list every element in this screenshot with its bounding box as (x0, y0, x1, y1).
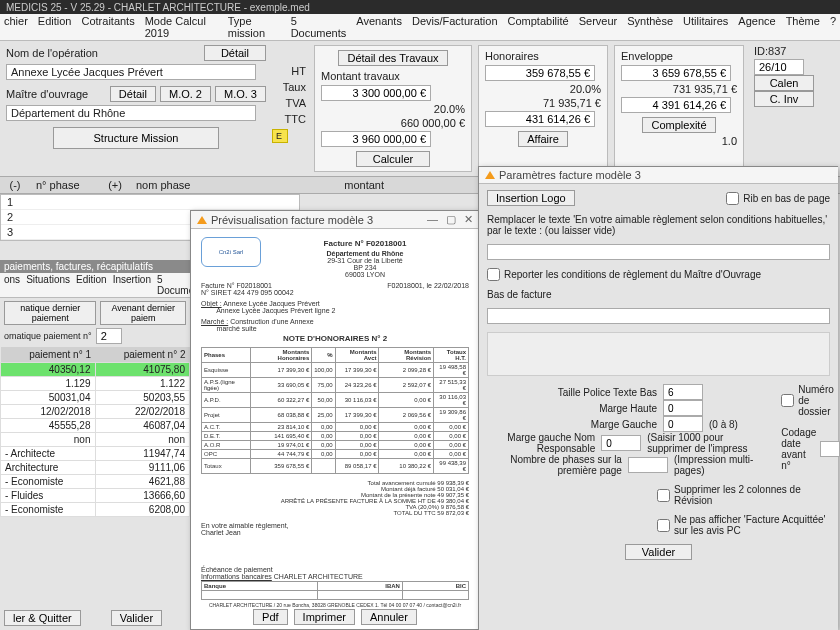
enveloppe-ttc[interactable] (621, 97, 731, 113)
menu-documents[interactable]: 5 Documents (291, 15, 347, 39)
travaux-ht-field[interactable] (321, 85, 431, 101)
menu-devis[interactable]: Devis/Facturation (412, 15, 498, 39)
menu-help[interactable]: ? (830, 15, 836, 39)
pay-menu-ons[interactable]: ons (4, 274, 20, 296)
menu-theme[interactable]: Thème (786, 15, 820, 39)
minimize-icon[interactable]: — (427, 213, 438, 226)
replace-text-field[interactable] (487, 244, 830, 260)
table-cell[interactable]: 22/02/2018 (95, 405, 190, 419)
params-valider-button[interactable]: Valider (625, 544, 692, 560)
pay-menu-edition[interactable]: Edition (76, 274, 107, 296)
table-cell[interactable]: 13666,60 (95, 489, 190, 503)
menu-edition[interactable]: Edition (38, 15, 72, 39)
mo3-button[interactable]: M.O. 3 (215, 86, 266, 102)
table-cell[interactable]: 50203,55 (95, 391, 190, 405)
table-cell[interactable]: 1.129 (1, 377, 96, 391)
param-input-1[interactable] (663, 400, 703, 416)
reporter-checkbox[interactable] (487, 268, 500, 281)
table-cell[interactable]: Architecture (1, 461, 96, 475)
menu-cotraitants[interactable]: Cotraitants (81, 15, 134, 39)
honoraires-ttc[interactable] (485, 111, 595, 127)
table-cell[interactable]: 11947,74 (95, 447, 190, 461)
table-cell[interactable]: - Economiste (1, 503, 96, 517)
rib-checkbox[interactable] (726, 192, 739, 205)
travaux-ttc-field[interactable] (321, 131, 431, 147)
calen-button[interactable]: Calen (754, 75, 814, 91)
td: 30 116,03 € (335, 393, 379, 408)
table-cell[interactable]: non (95, 433, 190, 447)
acq-checkbox[interactable] (657, 519, 670, 532)
phase-row[interactable]: 1 (1, 195, 299, 210)
table-cell[interactable]: 9111,06 (95, 461, 190, 475)
table-cell[interactable]: 41075,80 (95, 363, 190, 377)
param-input-4[interactable] (628, 457, 668, 473)
table-cell[interactable]: 40350,12 (1, 363, 96, 377)
param-input-0[interactable] (663, 384, 703, 400)
menu-compta[interactable]: Comptabilité (508, 15, 569, 39)
pay-menu-situations[interactable]: Situations (26, 274, 70, 296)
table-cell[interactable]: - Architecte (1, 447, 96, 461)
insertion-logo-button[interactable]: Insertion Logo (487, 190, 575, 206)
replace-label: Remplacer le texte 'En votre aimable règ… (487, 214, 830, 236)
table-cell[interactable]: non (1, 433, 96, 447)
complexite-button[interactable]: Complexité (642, 117, 715, 133)
td: 10 380,22 € (379, 459, 434, 474)
avenant-last-payment-button[interactable]: Avenant dernier paiem (100, 301, 186, 325)
phase-minus[interactable]: (-) (0, 177, 30, 193)
yellow-e-button[interactable]: E (272, 129, 288, 143)
td: 359 678,55 € (251, 459, 312, 474)
structure-mission-button[interactable]: Structure Mission (53, 127, 220, 149)
mo2-button[interactable]: M.O. 2 (160, 86, 211, 102)
table-cell[interactable]: 4621,88 (95, 475, 190, 489)
menu-serveur[interactable]: Serveur (579, 15, 618, 39)
menu-synthese[interactable]: Synthèse (627, 15, 673, 39)
menu-fichier[interactable]: chier (4, 15, 28, 39)
menu-agence[interactable]: Agence (738, 15, 775, 39)
menu-modecalcul[interactable]: Mode Calcul 2019 (145, 15, 218, 39)
annuler-button[interactable]: Annuler (361, 609, 417, 625)
spacer-area (487, 332, 830, 376)
mo-detail-button[interactable]: Détail (110, 86, 156, 102)
table-cell[interactable]: 45555,28 (1, 419, 96, 433)
numdossier-checkbox[interactable] (781, 394, 794, 407)
pdf-button[interactable]: Pdf (253, 609, 288, 625)
cinv-button[interactable]: C. Inv (754, 91, 814, 107)
addr-line: 69003 LYON (261, 271, 469, 278)
close-icon[interactable]: ✕ (464, 213, 473, 226)
affaire-button[interactable]: Affaire (518, 131, 568, 147)
honoraires-ht[interactable] (485, 65, 595, 81)
auto-payment-field[interactable] (96, 328, 122, 344)
suppr-checkbox[interactable] (657, 489, 670, 502)
label-taux: Taux (272, 81, 308, 93)
date-field[interactable] (754, 59, 804, 75)
suppr-label: Supprimer les 2 colonnes de Révision (674, 484, 830, 506)
auto-last-payment-button[interactable]: natique dernier paiement (4, 301, 96, 325)
table-cell[interactable]: 6208,00 (95, 503, 190, 517)
maximize-icon[interactable]: ▢ (446, 213, 456, 226)
calculer-button[interactable]: Calculer (356, 151, 430, 167)
table-cell[interactable]: 46087,04 (95, 419, 190, 433)
menu-utilitaires[interactable]: Utilitaires (683, 15, 728, 39)
valider-button[interactable]: Valider (111, 610, 162, 626)
imprimer-button[interactable]: Imprimer (294, 609, 355, 625)
phase-plus[interactable]: (+) (100, 177, 130, 193)
mo-name-field[interactable]: Département du Rhône (6, 105, 256, 121)
menu-avenants[interactable]: Avenants (356, 15, 402, 39)
table-cell[interactable]: 12/02/2018 (1, 405, 96, 419)
detail-travaux-button[interactable]: Détail des Travaux (338, 50, 447, 66)
enveloppe-ht[interactable] (621, 65, 731, 81)
menu-typemission[interactable]: Type mission (228, 15, 281, 39)
table-cell[interactable]: - Economiste (1, 475, 96, 489)
param-input-3[interactable] (601, 435, 641, 451)
codage-field[interactable] (820, 441, 840, 457)
param-input-2[interactable] (663, 416, 703, 432)
operation-detail-button[interactable]: Détail (204, 45, 266, 61)
pay-menu-insertion[interactable]: Insertion (113, 274, 151, 296)
table-cell[interactable]: 50031,04 (1, 391, 96, 405)
table-cell[interactable]: 1.122 (95, 377, 190, 391)
table-cell[interactable]: - Fluides (1, 489, 96, 503)
quit-button[interactable]: ler & Quitter (4, 610, 81, 626)
operation-name-field[interactable]: Annexe Lycée Jacques Prévert (6, 64, 256, 80)
param-label: Nombre de phases sur la première page (487, 454, 622, 476)
bas-facture-field[interactable] (487, 308, 830, 324)
